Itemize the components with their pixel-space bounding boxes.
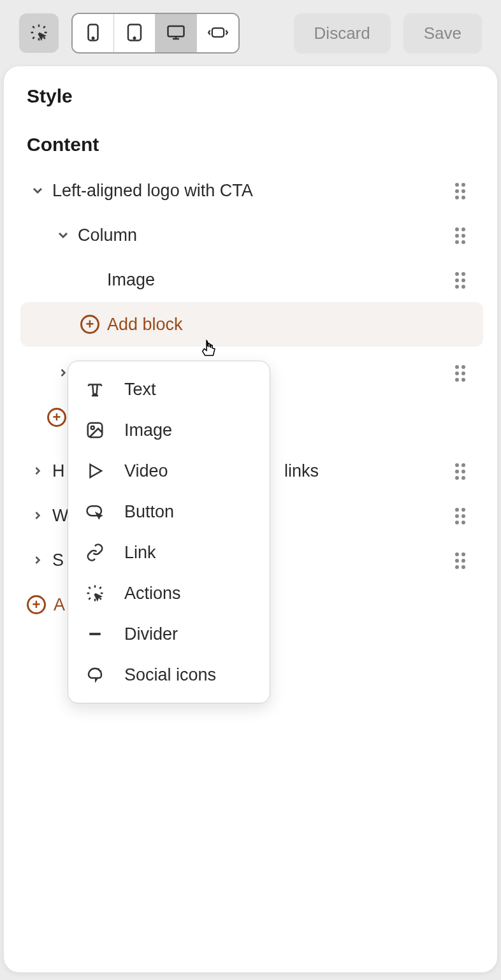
tree-label: Column bbox=[78, 226, 483, 245]
chevron-right-icon[interactable] bbox=[27, 505, 48, 526]
drag-handle-icon[interactable] bbox=[455, 463, 470, 479]
divider-icon bbox=[82, 621, 108, 647]
add-block-menu: Text Image Video Button Link bbox=[68, 361, 270, 703]
tree-label-partial: H bbox=[52, 461, 65, 481]
menu-item-video[interactable]: Video bbox=[68, 450, 270, 491]
save-button[interactable]: Save bbox=[403, 13, 482, 54]
chevron-right-icon[interactable] bbox=[27, 549, 48, 571]
plus-circle-icon: + bbox=[80, 315, 99, 334]
menu-label: Divider bbox=[124, 624, 178, 644]
tree-label-partial: S bbox=[52, 551, 64, 570]
svg-point-3 bbox=[134, 37, 136, 39]
add-block-button[interactable]: + Add block bbox=[20, 302, 483, 347]
actions-icon bbox=[82, 580, 108, 606]
chevron-right-icon[interactable] bbox=[27, 460, 48, 482]
video-icon bbox=[82, 458, 108, 484]
discard-button[interactable]: Discard bbox=[294, 13, 391, 54]
style-section-title: Style bbox=[18, 85, 483, 107]
actions-tool-button[interactable] bbox=[19, 13, 59, 53]
sparkle-cursor-icon bbox=[29, 23, 48, 44]
viewport-desktop-button[interactable] bbox=[156, 14, 197, 52]
menu-item-actions[interactable]: Actions bbox=[68, 573, 270, 614]
drag-handle-icon[interactable] bbox=[455, 552, 470, 568]
tablet-icon bbox=[126, 23, 143, 44]
tree-label-partial-right: links bbox=[284, 461, 319, 481]
link-icon bbox=[82, 540, 108, 565]
svg-rect-4 bbox=[168, 26, 184, 36]
viewport-switcher bbox=[71, 13, 240, 54]
tree-row-root[interactable]: Left-aligned logo with CTA bbox=[18, 168, 483, 213]
social-icon bbox=[82, 662, 108, 688]
viewport-mobile-button[interactable] bbox=[73, 14, 114, 52]
menu-item-link[interactable]: Link bbox=[68, 532, 270, 573]
tree-label: Left-aligned logo with CTA bbox=[52, 181, 483, 201]
drag-handle-icon[interactable] bbox=[455, 227, 470, 243]
plus-circle-icon: + bbox=[47, 408, 66, 427]
menu-item-button[interactable]: Button bbox=[68, 491, 270, 532]
content-section-title: Content bbox=[18, 134, 483, 155]
svg-point-7 bbox=[91, 426, 94, 429]
menu-item-text[interactable]: Text bbox=[68, 369, 270, 410]
viewport-fullwidth-button[interactable] bbox=[197, 14, 238, 52]
editor-panel: Style Content Left-aligned logo with CTA… bbox=[4, 66, 497, 972]
menu-label: Button bbox=[124, 502, 174, 522]
mobile-icon bbox=[86, 23, 100, 44]
tree-label-partial: W bbox=[52, 506, 68, 526]
menu-label: Text bbox=[124, 380, 156, 400]
tree-label: Image bbox=[107, 270, 483, 290]
menu-label: Image bbox=[124, 421, 172, 440]
text-icon bbox=[82, 377, 108, 402]
menu-label: Link bbox=[124, 543, 156, 563]
menu-label: Actions bbox=[124, 584, 181, 603]
drag-handle-icon[interactable] bbox=[455, 272, 470, 287]
plus-circle-icon: + bbox=[27, 595, 46, 614]
drag-handle-icon[interactable] bbox=[455, 183, 470, 198]
viewport-tablet-button[interactable] bbox=[114, 14, 156, 52]
svg-rect-5 bbox=[212, 28, 223, 37]
drag-handle-icon[interactable] bbox=[455, 508, 470, 523]
chevron-down-icon[interactable] bbox=[27, 180, 48, 201]
tree-row-image[interactable]: Image bbox=[18, 257, 483, 302]
menu-item-divider[interactable]: Divider bbox=[68, 614, 270, 654]
menu-label: Social icons bbox=[124, 665, 216, 685]
menu-item-image[interactable]: Image bbox=[68, 410, 270, 450]
desktop-icon bbox=[166, 24, 185, 43]
fullwidth-icon bbox=[208, 25, 228, 42]
top-toolbar: Discard Save bbox=[0, 0, 501, 66]
menu-label: Video bbox=[124, 461, 168, 481]
svg-point-1 bbox=[92, 37, 94, 39]
add-block-label: Add block bbox=[107, 315, 483, 335]
image-icon bbox=[82, 417, 108, 443]
tree-row-column[interactable]: Column bbox=[18, 213, 483, 257]
button-icon bbox=[82, 499, 108, 524]
chevron-down-icon[interactable] bbox=[52, 224, 74, 246]
menu-item-social[interactable]: Social icons bbox=[68, 654, 270, 695]
drag-handle-icon[interactable] bbox=[455, 365, 470, 380]
